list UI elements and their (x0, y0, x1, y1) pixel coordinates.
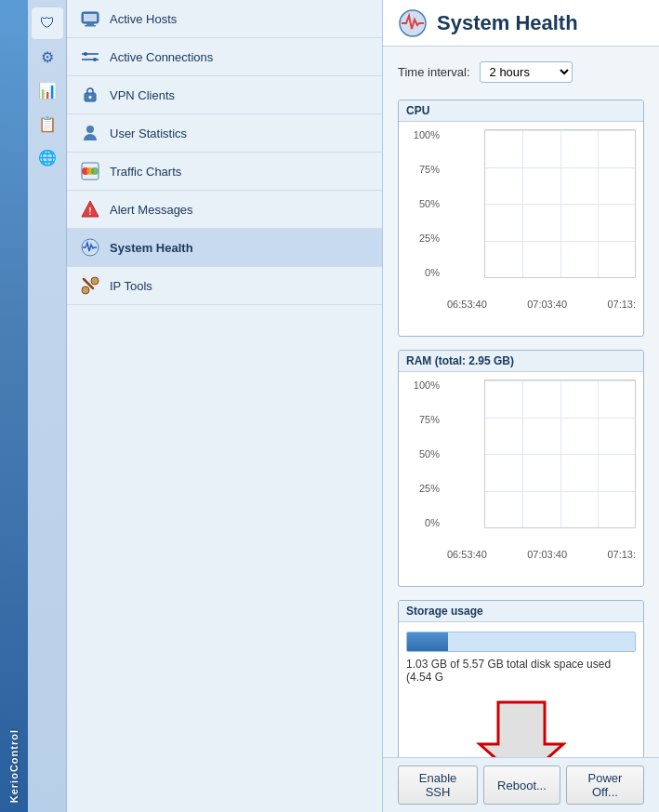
ram-grid-v-75 (598, 380, 599, 527)
active-hosts-icon (80, 8, 100, 29)
page-header: System Health (383, 0, 659, 47)
time-interval-select[interactable]: 30 minutes 1 hour 2 hours 6 hours 12 hou… (480, 61, 573, 83)
system-health-icon (80, 237, 100, 258)
ram-y-label-0: 0% (406, 517, 443, 528)
ram-y-label-25: 25% (406, 483, 443, 494)
cpu-chart-title: CPU (399, 100, 643, 122)
cpu-chart-wrapper: 100% 75% 50% 25% 0% (406, 129, 636, 328)
cpu-chart-body: 100% 75% 50% 25% 0% (399, 122, 643, 336)
ram-grid-v-25 (522, 380, 523, 527)
svg-point-10 (86, 126, 94, 133)
sidebar-icon-chart[interactable]: 📊 (32, 74, 63, 106)
grid-v-75 (598, 130, 599, 277)
ram-x-labels: 06:53:40 07:03:40 07:13: (447, 547, 636, 560)
sidebar-icon-gear[interactable]: ⚙ (32, 41, 63, 73)
svg-point-7 (93, 58, 97, 61)
active-connections-icon (80, 47, 100, 67)
nav-label-active-hosts: Active Hosts (110, 12, 177, 26)
ram-y-label-50: 50% (406, 448, 443, 459)
nav-item-active-connections[interactable]: Active Connections (67, 38, 382, 76)
svg-point-18 (91, 277, 99, 285)
nav-label-traffic-charts: Traffic Charts (110, 165, 181, 179)
svg-rect-3 (84, 14, 97, 21)
content-area: Time interval: 30 minutes 1 hour 2 hours… (383, 47, 659, 757)
cpu-y-label-0: 0% (406, 267, 443, 278)
nav-menu: Active Hosts Active Connections VPN Clie… (67, 0, 383, 812)
alert-messages-icon: ! (80, 199, 100, 220)
cpu-chart-section: CPU 100% 75% 50% 25% 0% (398, 100, 644, 337)
icon-sidebar: 🛡 ⚙ 📊 📋 🌐 (28, 0, 67, 812)
nav-item-user-statistics[interactable]: User Statistics (67, 114, 382, 153)
ip-tools-icon (80, 275, 100, 296)
storage-title: Storage usage (399, 601, 643, 622)
main-content: System Health Time interval: 30 minutes … (383, 0, 659, 812)
nav-label-active-connections: Active Connections (110, 50, 213, 64)
time-interval-label: Time interval: (398, 65, 470, 79)
sidebar-icon-globe[interactable]: 🌐 (32, 141, 63, 173)
storage-section: Storage usage 1.03 GB of 5.57 GB total d… (398, 600, 644, 757)
ram-x-label-1: 07:03:40 (527, 549, 567, 560)
svg-text:!: ! (88, 206, 91, 217)
bottom-buttons: Enable SSH Reboot... Power Off... (383, 757, 659, 812)
traffic-charts-icon (80, 161, 100, 181)
down-arrow-svg (466, 693, 577, 757)
cpu-y-label-100: 100% (406, 129, 443, 140)
ram-chart-inner (484, 379, 636, 528)
cpu-x-label-1: 07:03:40 (527, 299, 567, 310)
ram-chart-body: 100% 75% 50% 25% 0% (399, 372, 643, 586)
nav-item-alert-messages[interactable]: ! Alert Messages (67, 191, 382, 229)
nav-label-alert-messages: Alert Messages (110, 203, 193, 217)
storage-bar-fill (407, 632, 448, 651)
ram-y-label-75: 75% (406, 414, 443, 425)
nav-item-ip-tools[interactable]: IP Tools (67, 267, 382, 305)
nav-label-user-statistics: User Statistics (110, 126, 187, 140)
brand-bar: KerioControl (0, 0, 28, 812)
ram-chart-wrapper: 100% 75% 50% 25% 0% (406, 379, 636, 579)
svg-point-19 (82, 286, 89, 294)
nav-label-ip-tools: IP Tools (110, 279, 152, 293)
nav-item-active-hosts[interactable]: Active Hosts (67, 0, 382, 38)
ram-chart-title: RAM (total: 2.95 GB) (399, 351, 643, 372)
ram-x-label-0: 06:53:40 (447, 549, 487, 560)
svg-point-6 (84, 52, 87, 56)
arrow-annotation (406, 684, 636, 757)
nav-item-system-health[interactable]: System Health (67, 229, 382, 267)
page-header-icon (398, 8, 428, 38)
ram-x-label-2: 07:13: (607, 549, 636, 560)
cpu-y-label-50: 50% (406, 198, 443, 209)
storage-bar-container (406, 632, 636, 652)
storage-body: 1.03 GB of 5.57 GB total disk space used… (399, 622, 643, 757)
nav-item-traffic-charts[interactable]: Traffic Charts (67, 153, 382, 191)
ram-y-label-100: 100% (406, 379, 443, 391)
page-title: System Health (437, 11, 578, 35)
sidebar-icon-shield[interactable]: 🛡 (32, 7, 63, 39)
cpu-chart-inner (484, 129, 636, 278)
enable-ssh-button[interactable]: Enable SSH (398, 765, 478, 805)
svg-rect-1 (86, 23, 94, 25)
grid-v-50 (560, 130, 561, 277)
brand-name: KerioControl (8, 729, 20, 803)
ram-chart-section: RAM (total: 2.95 GB) 100% 75% 50% 25% 0% (398, 350, 644, 587)
nav-item-vpn-clients[interactable]: VPN Clients (67, 76, 382, 114)
ram-grid-v-50 (560, 380, 561, 527)
cpu-x-label-2: 07:13: (607, 299, 636, 310)
cpu-x-label-0: 06:53:40 (447, 299, 487, 310)
storage-text: 1.03 GB of 5.57 GB total disk space used… (406, 658, 636, 684)
cpu-x-labels: 06:53:40 07:03:40 07:13: (447, 297, 636, 310)
cpu-y-label-75: 75% (406, 164, 443, 175)
sidebar-icon-list[interactable]: 📋 (32, 108, 63, 140)
time-interval-row: Time interval: 30 minutes 1 hour 2 hours… (398, 56, 644, 88)
nav-label-system-health: System Health (110, 241, 193, 255)
nav-label-vpn-clients: VPN Clients (110, 88, 175, 102)
svg-point-9 (89, 96, 92, 99)
power-off-button[interactable]: Power Off... (566, 765, 644, 805)
svg-marker-21 (480, 702, 563, 757)
vpn-clients-icon (80, 85, 100, 105)
svg-rect-2 (85, 25, 96, 27)
svg-point-14 (91, 167, 99, 175)
reboot-button[interactable]: Reboot... (483, 765, 560, 805)
cpu-y-label-25: 25% (406, 233, 443, 244)
user-statistics-icon (80, 123, 100, 143)
grid-v-25 (522, 130, 523, 277)
